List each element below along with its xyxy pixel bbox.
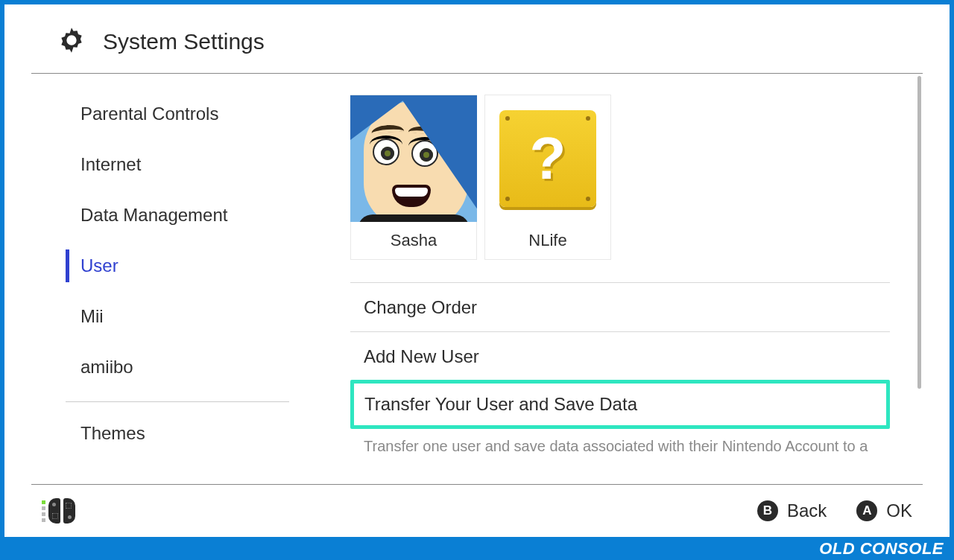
b-button-icon: B	[757, 500, 778, 521]
avatar	[350, 95, 477, 222]
sidebar-item-label: Mii	[80, 306, 104, 327]
avatar	[484, 95, 611, 222]
option-transfer-user[interactable]: Transfer Your User and Save Data	[350, 380, 890, 429]
sidebar-item-internet[interactable]: Internet	[66, 139, 303, 190]
ok-label: OK	[886, 500, 912, 521]
user-card-sasha[interactable]: Sasha	[350, 95, 477, 260]
ok-action[interactable]: A OK	[856, 500, 912, 521]
user-card-nlife[interactable]: NLife	[484, 95, 611, 260]
user-name: Sasha	[391, 222, 437, 259]
mii-avatar-icon	[350, 95, 477, 222]
user-name: NLife	[528, 222, 566, 259]
back-action[interactable]: B Back	[757, 500, 827, 521]
scrollbar[interactable]	[917, 76, 921, 389]
sidebar-item-themes[interactable]: Themes	[66, 408, 303, 459]
sidebar-item-label: Internet	[80, 154, 141, 175]
option-description: Transfer one user and save data associat…	[350, 429, 890, 451]
watermark: OLD CONSOLE	[819, 539, 944, 559]
option-change-order[interactable]: Change Order	[350, 282, 890, 331]
main-panel: Sasha NLife Change Order Add New Us	[303, 74, 950, 468]
page-title: System Settings	[103, 29, 265, 54]
sidebar-item-mii[interactable]: Mii	[66, 291, 303, 342]
sidebar-item-label: Data Management	[80, 205, 227, 226]
question-block-icon	[499, 110, 596, 207]
option-label: Add New User	[364, 346, 479, 367]
sidebar-item-amiibo[interactable]: amiibo	[66, 342, 303, 392]
divider	[66, 401, 289, 402]
option-label: Transfer Your User and Save Data	[364, 394, 637, 415]
sidebar-item-user[interactable]: User	[66, 241, 303, 291]
option-list: Change Order Add New User Transfer Your …	[350, 282, 890, 429]
screen: System Settings Parental Controls Intern…	[4, 4, 950, 537]
back-label: Back	[787, 500, 827, 521]
sidebar-item-data-management[interactable]: Data Management	[66, 190, 303, 241]
header: System Settings	[4, 4, 950, 73]
sidebar-item-label: User	[80, 255, 119, 276]
sidebar-item-label: Themes	[80, 423, 145, 444]
gear-icon	[57, 25, 86, 58]
sidebar-item-label: amiibo	[80, 357, 133, 378]
option-add-new-user[interactable]: Add New User	[350, 331, 890, 381]
sidebar-item-parental-controls[interactable]: Parental Controls	[66, 89, 303, 139]
controller-icon	[42, 498, 75, 524]
sidebar-item-label: Parental Controls	[80, 104, 218, 124]
option-label: Change Order	[364, 297, 477, 318]
footer: B Back A OK	[4, 485, 950, 537]
sidebar: Parental Controls Internet Data Manageme…	[4, 74, 303, 468]
a-button-icon: A	[856, 500, 877, 521]
frame: System Settings Parental Controls Intern…	[0, 0, 954, 560]
user-list: Sasha NLife	[350, 95, 890, 260]
